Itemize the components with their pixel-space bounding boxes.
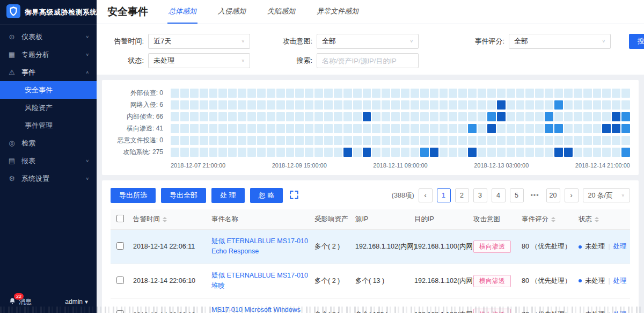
heatmap-cell[interactable] [430, 100, 438, 110]
heatmap-cell[interactable] [190, 100, 199, 110]
heatmap-cell[interactable] [612, 89, 620, 98]
page-size-select[interactable]: 20 条/页 ∨ [583, 188, 630, 202]
heatmap-cell[interactable] [420, 136, 429, 145]
heatmap-cell[interactable] [440, 112, 448, 121]
heatmap-cell[interactable] [190, 124, 199, 133]
heatmap-cell[interactable] [574, 124, 582, 133]
heatmap-cell[interactable] [200, 112, 208, 121]
heatmap-cell[interactable] [497, 112, 506, 121]
heatmap-cell[interactable] [286, 136, 295, 145]
row-checkbox[interactable] [116, 242, 124, 250]
search-button[interactable]: 搜 索 [629, 34, 644, 49]
heatmap-cell[interactable] [478, 100, 486, 110]
heatmap-cell[interactable] [554, 124, 563, 133]
heatmap-cell[interactable] [583, 100, 592, 110]
heatmap-cell[interactable] [593, 136, 602, 145]
sidebar-item-event-management[interactable]: 事件管理 [0, 117, 97, 134]
heatmap-cell[interactable] [593, 89, 602, 98]
heatmap-cell[interactable] [449, 100, 457, 110]
event-name-link[interactable]: 疑似 ETERNALBLUE MS17-010 Echo Response [211, 236, 308, 257]
sidebar-item-analysis[interactable]: ▦ 专题分析 ∨ [0, 46, 97, 63]
fullscreen-button[interactable] [289, 190, 299, 201]
heatmap-cell[interactable] [535, 148, 544, 157]
heatmap-cell[interactable] [545, 89, 553, 98]
heatmap-cell[interactable] [363, 89, 371, 98]
heatmap-cell[interactable] [478, 148, 486, 157]
heatmap-cell[interactable] [276, 136, 285, 145]
heatmap-cell[interactable] [478, 89, 486, 98]
heatmap-cell[interactable] [458, 136, 467, 145]
heatmap-cell[interactable] [612, 124, 620, 133]
heatmap-cell[interactable] [353, 148, 362, 157]
heatmap-cell[interactable] [218, 124, 227, 133]
heatmap-cell[interactable] [574, 89, 582, 98]
heatmap-cell[interactable] [602, 112, 611, 121]
heatmap-cell[interactable] [267, 100, 275, 110]
heatmap-cell[interactable] [449, 89, 457, 98]
heatmap-cell[interactable] [247, 89, 256, 98]
heatmap-cell[interactable] [209, 124, 218, 133]
heatmap-cell[interactable] [171, 100, 179, 110]
heatmap-cell[interactable] [391, 124, 400, 133]
page-button[interactable]: 4 [492, 188, 506, 202]
heatmap-cell[interactable] [228, 136, 237, 145]
heatmap-cell[interactable] [314, 89, 323, 98]
heatmap-cell[interactable] [420, 112, 429, 121]
heatmap-cell[interactable] [545, 112, 553, 121]
heatmap-cell[interactable] [209, 136, 218, 145]
heatmap-cell[interactable] [334, 124, 342, 133]
heatmap-cell[interactable] [238, 100, 246, 110]
heatmap-cell[interactable] [554, 112, 563, 121]
heatmap-cell[interactable] [391, 148, 400, 157]
heatmap-cell[interactable] [487, 124, 496, 133]
heatmap-cell[interactable] [209, 112, 218, 121]
heatmap-cell[interactable] [507, 136, 515, 145]
heatmap-cell[interactable] [343, 100, 352, 110]
heatmap-cell[interactable] [286, 100, 295, 110]
prev-page-button[interactable]: ‹ [419, 188, 433, 202]
heatmap-cell[interactable] [516, 89, 525, 98]
heatmap-cell[interactable] [468, 124, 477, 133]
heatmap-cell[interactable] [430, 89, 438, 98]
heatmap-cell[interactable] [363, 124, 371, 133]
heatmap-cell[interactable] [200, 136, 208, 145]
heatmap-cell[interactable] [295, 100, 304, 110]
heatmap-cell[interactable] [420, 89, 429, 98]
heatmap-cell[interactable] [430, 112, 438, 121]
column-header[interactable]: 状态 [575, 209, 630, 230]
heatmap-cell[interactable] [334, 100, 342, 110]
heatmap-cell[interactable] [257, 100, 266, 110]
heatmap-cell[interactable] [257, 112, 266, 121]
heatmap-cell[interactable] [247, 148, 256, 157]
heatmap-cell[interactable] [468, 89, 477, 98]
handle-link[interactable]: 处理 [613, 311, 627, 313]
sort-icon[interactable] [595, 217, 599, 222]
column-header[interactable]: 事件评分 [518, 209, 575, 230]
heatmap-cell[interactable] [372, 148, 380, 157]
heatmap-cell[interactable] [411, 124, 419, 133]
heatmap-cell[interactable] [276, 89, 285, 98]
heatmap-cell[interactable] [458, 89, 467, 98]
heatmap-cell[interactable] [497, 100, 506, 110]
heatmap-cell[interactable] [324, 112, 333, 121]
column-header[interactable]: 告警时间 [130, 209, 208, 230]
heatmap-cell[interactable] [314, 112, 323, 121]
heatmap-cell[interactable] [305, 124, 313, 133]
heatmap-cell[interactable] [583, 112, 592, 121]
heatmap-cell[interactable] [564, 100, 573, 110]
affected-assets[interactable]: 多个( 2 ) [311, 264, 352, 298]
row-checkbox[interactable] [116, 310, 124, 313]
heatmap-cell[interactable] [516, 136, 525, 145]
heatmap-cell[interactable] [343, 89, 352, 98]
heatmap-cell[interactable] [391, 100, 400, 110]
heatmap-cell[interactable] [295, 89, 304, 98]
heatmap-cell[interactable] [171, 148, 179, 157]
heatmap-cell[interactable] [334, 136, 342, 145]
heatmap-cell[interactable] [554, 100, 563, 110]
heatmap-cell[interactable] [487, 100, 496, 110]
keyword-search-input[interactable] [317, 53, 419, 68]
heatmap-cell[interactable] [458, 124, 467, 133]
heatmap-cell[interactable] [507, 112, 515, 121]
heatmap-cell[interactable] [324, 124, 333, 133]
heatmap-cell[interactable] [171, 89, 179, 98]
